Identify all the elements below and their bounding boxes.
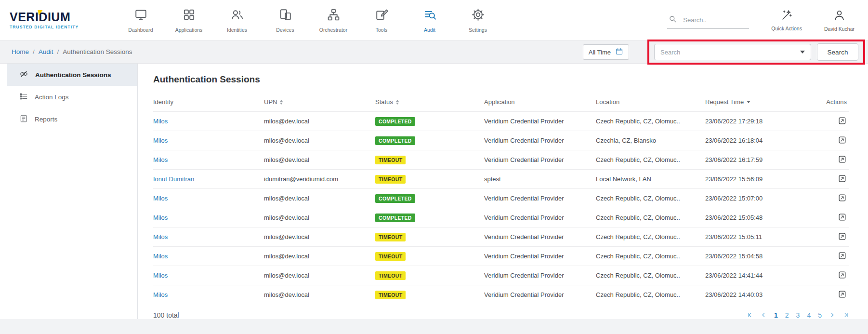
previous-page-icon[interactable] [761, 312, 767, 318]
application-cell: Veridium Credential Provider [484, 189, 596, 208]
view-session-icon[interactable] [838, 155, 847, 164]
table-row: Milos milos@dev.local COMPLETED Veridium… [153, 208, 849, 227]
time-range-button[interactable]: All Time [583, 44, 629, 60]
nav-label: Orchestrator [319, 27, 347, 33]
request-time-cell: 23/06/2022 14:40:03 [705, 285, 821, 305]
sort-icon [280, 100, 283, 105]
request-time-cell: 23/06/2022 15:07:00 [705, 189, 821, 208]
application-cell: Veridium Credential Provider [484, 266, 596, 285]
identities-icon [230, 8, 244, 24]
nav-item-applications[interactable]: Applications [165, 8, 213, 33]
location-cell: Czech Republic, CZ, Olomuc.. [596, 189, 705, 208]
content-area: Authentication Sessions Action Logs Repo… [0, 64, 868, 319]
identity-link[interactable]: Milos [153, 137, 168, 144]
upn-cell: milos@dev.local [264, 266, 375, 285]
page-number[interactable]: 3 [796, 311, 800, 319]
view-session-icon[interactable] [838, 116, 847, 125]
status-badge: TIMEOUT [375, 156, 406, 164]
reports-icon [19, 114, 28, 124]
view-session-icon[interactable] [838, 135, 847, 145]
request-time-cell: 23/06/2022 16:18:04 [705, 131, 821, 150]
nav-item-identities[interactable]: Identities [213, 8, 261, 33]
identity-link[interactable]: Milos [153, 214, 168, 221]
upn-cell: milos@dev.local [264, 247, 375, 266]
page-number[interactable]: 4 [807, 311, 811, 319]
col-upn[interactable]: UPN [264, 94, 375, 112]
identity-link[interactable]: Milos [153, 253, 168, 260]
view-session-icon[interactable] [838, 232, 847, 241]
breadcrumb-current: Authentication Sessions [63, 48, 132, 55]
nav-item-orchestrator[interactable]: Orchestrator [309, 8, 357, 33]
col-status[interactable]: Status [375, 94, 484, 112]
col-identity[interactable]: Identity [153, 94, 264, 112]
upn-cell: milos@dev.local [264, 131, 375, 150]
top-bar: VERIDIUM TRUSTED DIGITAL IDENTITY Dashbo… [0, 0, 868, 40]
page-title: Authentication Sessions [153, 74, 849, 85]
calendar-icon [615, 47, 623, 57]
sidebar-item-action-logs[interactable]: Action Logs [7, 86, 137, 108]
upn-cell: milos@dev.local [264, 189, 375, 208]
last-page-icon[interactable] [842, 312, 849, 318]
col-request-time[interactable]: Request Time [705, 94, 821, 112]
orchestrator-icon [327, 8, 341, 24]
breadcrumb-home-link[interactable]: Home [12, 48, 29, 55]
upn-cell: milos@dev.local [264, 150, 375, 170]
identity-link[interactable]: Ionut Dumitran [153, 175, 194, 183]
quick-actions-button[interactable]: Quick Actions [771, 9, 802, 31]
quick-actions-wand-icon [781, 9, 793, 23]
identity-link[interactable]: Milos [153, 272, 168, 279]
nav-item-audit[interactable]: Audit [406, 8, 454, 33]
user-icon [833, 9, 846, 24]
search-filter-dropdown[interactable]: Search [654, 44, 811, 60]
page-number[interactable]: 1 [774, 311, 778, 319]
col-application[interactable]: Application [484, 94, 596, 112]
sessions-table: Identity UPN Status Application Location… [153, 94, 849, 305]
nav-label: Identities [227, 27, 247, 33]
nav-label: Tools [376, 27, 388, 33]
page-number[interactable]: 2 [785, 311, 789, 319]
view-session-icon[interactable] [838, 174, 847, 183]
location-cell: Czechia, CZ, Blansko [596, 131, 705, 150]
action-logs-icon [19, 92, 28, 102]
view-session-icon[interactable] [838, 251, 847, 260]
user-menu[interactable]: David Kuchar [824, 9, 855, 32]
top-right-tools: Quick Actions David Kuchar [667, 9, 855, 32]
chevron-down-icon [800, 51, 805, 53]
first-page-icon[interactable] [747, 312, 753, 318]
identity-link[interactable]: Milos [153, 118, 168, 125]
view-session-icon[interactable] [838, 270, 847, 280]
location-cell: Czech Republic, CZ, Olomuc.. [596, 227, 705, 247]
col-location[interactable]: Location [596, 94, 705, 112]
location-cell: Czech Republic, CZ, Olomuc.. [596, 266, 705, 285]
nav-item-tools[interactable]: Tools [357, 8, 406, 33]
status-badge: COMPLETED [375, 136, 415, 145]
identity-link[interactable]: Milos [153, 195, 168, 202]
nav-item-settings[interactable]: Settings [454, 8, 502, 33]
identity-link[interactable]: Milos [153, 233, 168, 240]
status-badge: COMPLETED [375, 214, 415, 222]
location-cell: Czech Republic, CZ, Olomuc.. [596, 112, 705, 131]
sidebar-item-label: Reports [35, 116, 57, 123]
breadcrumb-audit-link[interactable]: Audit [39, 48, 53, 55]
global-search-input[interactable] [682, 16, 740, 24]
search-button[interactable]: Search [817, 43, 858, 61]
view-session-icon[interactable] [838, 193, 847, 202]
status-badge: TIMEOUT [375, 271, 406, 280]
view-session-icon[interactable] [838, 290, 847, 299]
status-badge: COMPLETED [375, 194, 415, 203]
page-number[interactable]: 5 [818, 311, 822, 319]
table-row: Milos milos@dev.local COMPLETED Veridium… [153, 112, 849, 131]
identity-link[interactable]: Milos [153, 291, 168, 298]
identity-link[interactable]: Milos [153, 156, 168, 163]
view-session-icon[interactable] [838, 213, 847, 222]
table-row: Milos milos@dev.local COMPLETED Veridium… [153, 189, 849, 208]
sidebar-item-reports[interactable]: Reports [7, 108, 137, 130]
nav-label: Settings [469, 27, 487, 33]
logo-tagline: TRUSTED DIGITAL IDENTITY [10, 25, 94, 29]
sidebar-item-authentication-sessions[interactable]: Authentication Sessions [7, 64, 137, 86]
next-page-icon[interactable] [829, 312, 835, 318]
main-panel: Authentication Sessions Identity UPN Sta… [138, 64, 868, 319]
upn-cell: milos@dev.local [264, 112, 375, 131]
nav-item-dashboard[interactable]: Dashboard [117, 8, 165, 33]
nav-item-devices[interactable]: Devices [261, 8, 309, 33]
